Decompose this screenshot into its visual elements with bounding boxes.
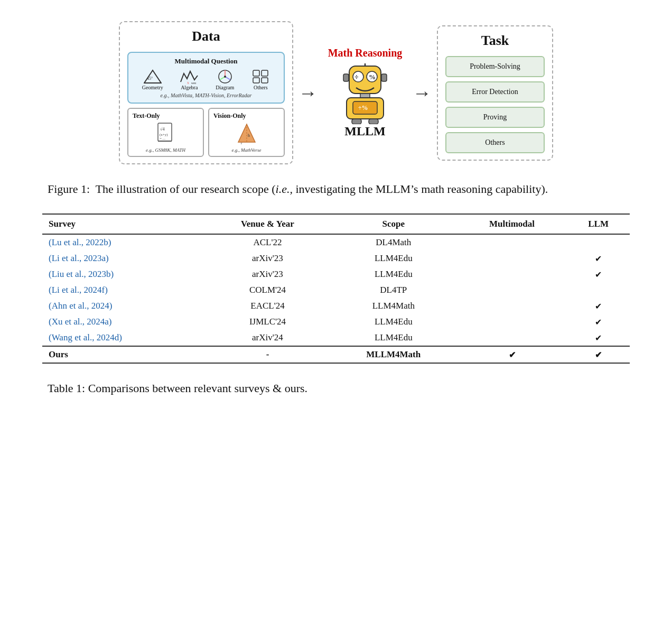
arrow-2-icon: → [413, 83, 432, 103]
cell-llm [567, 282, 630, 298]
cell-multimodal [457, 314, 567, 330]
cell-multimodal [457, 266, 567, 282]
figure-caption-text: Figure 1: The illustration of our resear… [48, 182, 548, 196]
geometry-label: Geometry [142, 85, 163, 90]
multimodal-italic: e.g., MathVista, MATH-Vision, ErrorRadar [134, 92, 278, 98]
svg-text:seq: seq [191, 81, 197, 84]
col-venue: Venue & Year [205, 214, 330, 234]
table-caption: Table 1: Comparisons between relevant su… [42, 374, 630, 397]
svg-text:√4: √4 [160, 127, 164, 132]
text-only-italic: e.g., GSM8K, MATH [133, 147, 199, 153]
cell-venue: COLM'24 [205, 282, 330, 298]
diagram-icon [216, 69, 235, 85]
svg-text:x: x [187, 80, 189, 84]
svg-rect-28 [360, 94, 370, 98]
cell-venue: arXiv'23 [205, 266, 330, 282]
cell-venue-ours: - [205, 346, 330, 363]
others-icon-item: Others [251, 69, 270, 90]
cell-llm: ✔ [567, 298, 630, 314]
cell-llm: ✔ [567, 266, 630, 282]
mllm-center: Math Reasoning ÷ % ÷% [323, 47, 407, 138]
cell-venue: IJMLC'24 [205, 314, 330, 330]
data-title: Data [127, 29, 285, 44]
cell-scope: DL4TP [330, 282, 457, 298]
svg-text:h: h [248, 133, 250, 138]
icon-row: 45° Geometry x seq Algebra [134, 69, 278, 90]
svg-text:%: % [369, 73, 376, 81]
table-last-row: Ours - MLLM4Math ✔ ✔ [42, 346, 630, 363]
text-only-icon: √4 (x+y) = ... [133, 122, 199, 146]
cell-scope: LLM4Edu [330, 330, 457, 346]
cell-survey: (Li et al., 2023a) [42, 250, 205, 266]
svg-rect-32 [352, 119, 361, 124]
vision-only-icon: h r [213, 122, 279, 146]
cell-venue: arXiv'24 [205, 330, 330, 346]
others-icon [251, 69, 270, 85]
cell-multimodal [457, 330, 567, 346]
col-survey: Survey [42, 214, 205, 234]
cell-llm: ✔ [567, 250, 630, 266]
multimodal-box: Multimodal Question 45° Geometry [127, 52, 285, 104]
cell-multimodal [457, 234, 567, 250]
svg-rect-9 [262, 78, 268, 83]
col-multimodal: Multimodal [457, 214, 567, 234]
table-row: (Li et al., 2024f) COLM'24 DL4TP [42, 282, 630, 298]
cell-survey: (Li et al., 2024f) [42, 282, 205, 298]
table-caption-text: Table 1: Comparisons between relevant su… [48, 382, 307, 395]
table-row: (Wang et al., 2024d) arXiv'24 LLM4Edu ✔ [42, 330, 630, 346]
vision-only-italic: e.g., MathVerse [213, 147, 279, 153]
svg-rect-27 [381, 74, 387, 81]
arrow-2-container: → [407, 83, 437, 103]
text-only-title: Text-Only [133, 112, 199, 120]
cell-llm-ours: ✔ [567, 346, 630, 363]
svg-rect-6 [253, 70, 259, 76]
bottom-row: Text-Only √4 (x+y) = ... e.g., GSM8K, MA… [127, 108, 285, 157]
svg-text:45°: 45° [147, 76, 153, 81]
cell-scope-ours: MLLM4Math [330, 346, 457, 363]
cell-survey: (Lu et al., 2022b) [42, 234, 205, 250]
cell-llm: ✔ [567, 330, 630, 346]
vision-only-title: Vision-Only [213, 112, 279, 120]
others-multimodal-label: Others [254, 85, 268, 90]
task-problem-solving: Problem-Solving [445, 56, 545, 77]
arrow-1-container: → [293, 83, 323, 103]
cell-venue: arXiv'23 [205, 250, 330, 266]
svg-text:= ...: = ... [160, 136, 165, 141]
task-others: Others [445, 132, 545, 153]
diagram-label: Diagram [216, 85, 234, 90]
task-proving: Proving [445, 107, 545, 128]
cell-multimodal [457, 298, 567, 314]
cell-llm [567, 234, 630, 250]
svg-text:÷%: ÷% [358, 104, 368, 112]
table-row: (Liu et al., 2023b) arXiv'23 LLM4Edu ✔ [42, 266, 630, 282]
cell-multimodal [457, 282, 567, 298]
mllm-label: MLLM [344, 124, 385, 138]
task-error-detection: Error Detection [445, 81, 545, 103]
cell-multimodal-ours: ✔ [457, 346, 567, 363]
table-1: Survey Venue & Year Scope Multimodal LLM… [42, 214, 630, 364]
figure-caption: Figure 1: The illustration of our resear… [42, 180, 630, 198]
text-only-box: Text-Only √4 (x+y) = ... e.g., GSM8K, MA… [127, 108, 204, 157]
algebra-icon: x seq [180, 69, 199, 85]
cell-survey: (Ahn et al., 2024) [42, 298, 205, 314]
multimodal-title: Multimodal Question [134, 57, 278, 66]
cell-scope: LLM4Edu [330, 250, 457, 266]
cell-venue: EACL'24 [205, 298, 330, 314]
vision-only-box: Vision-Only h r e.g., MathVerse [208, 108, 285, 157]
algebra-label: Algebra [181, 85, 198, 90]
data-box: Data Multimodal Question 45° Geometry [119, 21, 293, 164]
cell-multimodal [457, 250, 567, 266]
cell-survey: (Xu et al., 2024a) [42, 314, 205, 330]
table-header-row: Survey Venue & Year Scope Multimodal LLM [42, 214, 630, 234]
cell-scope: DL4Math [330, 234, 457, 250]
svg-text:÷: ÷ [354, 73, 359, 81]
cell-scope: LLM4Edu [330, 266, 457, 282]
svg-rect-33 [369, 119, 378, 124]
svg-rect-26 [343, 74, 349, 81]
math-reasoning-title: Math Reasoning [328, 47, 403, 59]
table-row: (Lu et al., 2022b) ACL'22 DL4Math [42, 234, 630, 250]
task-title: Task [445, 33, 545, 49]
cell-survey: (Wang et al., 2024d) [42, 330, 205, 346]
cell-scope: LLM4Math [330, 298, 457, 314]
svg-rect-7 [262, 70, 268, 76]
